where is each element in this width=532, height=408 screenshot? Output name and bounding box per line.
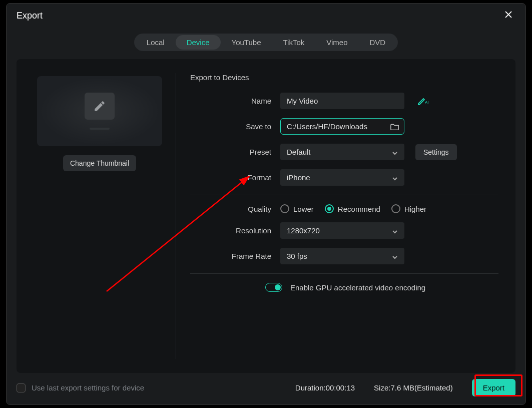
change-thumbnail-button[interactable]: Change Thumbnail <box>63 155 136 171</box>
tab-youtube[interactable]: YouTube <box>221 35 272 50</box>
framerate-row: Frame Rate 30 fps <box>190 248 498 264</box>
tab-dvd[interactable]: DVD <box>359 35 397 50</box>
resolution-value: 1280x720 <box>287 226 320 235</box>
radio-icon <box>280 204 289 213</box>
format-row: Format iPhone <box>190 169 498 186</box>
saveto-input[interactable] <box>280 118 404 135</box>
section-title: Export to Devices <box>190 73 498 82</box>
quality-higher[interactable]: Higher <box>391 204 426 213</box>
thumbnail-column: Change Thumbnail <box>34 73 176 359</box>
export-button[interactable]: Export <box>472 379 515 396</box>
export-dialog: Export Local Device YouTube TikTok Vimeo… <box>6 3 526 405</box>
dialog-header: Export <box>7 4 525 28</box>
ai-pencil-icon[interactable]: AI <box>417 97 429 106</box>
tab-device[interactable]: Device <box>176 35 221 50</box>
last-settings-checkbox[interactable] <box>17 383 26 392</box>
dialog-title: Export <box>17 11 43 21</box>
resolution-select[interactable]: 1280x720 <box>280 222 404 239</box>
quality-label: Quality <box>190 205 280 213</box>
size-text: Size:7.6 MB(Estimated) <box>374 383 453 392</box>
tab-local[interactable]: Local <box>136 35 176 50</box>
tab-vimeo[interactable]: Vimeo <box>315 35 358 50</box>
name-input[interactable] <box>280 93 404 109</box>
gpu-row: Enable GPU accelerated video encoding <box>190 283 498 292</box>
quality-recommend[interactable]: Recommend <box>325 204 380 213</box>
saveto-label: Save to <box>190 122 280 131</box>
thumbnail-bar <box>90 128 110 130</box>
gpu-label: Enable GPU accelerated video encoding <box>290 283 425 292</box>
format-label: Format <box>190 173 280 182</box>
framerate-value: 30 fps <box>287 252 307 260</box>
resolution-label: Resolution <box>190 226 280 235</box>
radio-icon <box>325 204 334 213</box>
name-row: Name AI <box>190 93 498 109</box>
format-value: iPhone <box>287 173 310 182</box>
divider <box>190 195 498 195</box>
folder-icon[interactable] <box>390 123 399 131</box>
radio-label: Higher <box>404 205 426 213</box>
divider <box>190 273 498 274</box>
name-label: Name <box>190 97 280 105</box>
chevron-down-icon <box>392 253 398 259</box>
close-icon <box>504 11 512 21</box>
last-settings-label: Use last export settings for device <box>32 383 289 392</box>
tab-tiktok[interactable]: TikTok <box>272 35 315 50</box>
radio-icon <box>391 204 400 213</box>
edit-icon <box>85 93 115 120</box>
framerate-label: Frame Rate <box>190 252 280 260</box>
quality-lower[interactable]: Lower <box>280 204 314 213</box>
thumbnail-preview[interactable] <box>37 76 162 146</box>
tabs-container: Local Device YouTube TikTok Vimeo DVD <box>7 28 525 54</box>
chevron-down-icon <box>392 228 398 234</box>
chevron-down-icon <box>392 149 398 155</box>
radio-label: Lower <box>293 205 314 213</box>
svg-text:AI: AI <box>425 100 429 105</box>
preset-value: Default <box>287 148 311 156</box>
preset-select[interactable]: Default <box>280 144 404 160</box>
preset-label: Preset <box>190 148 280 156</box>
chevron-down-icon <box>392 175 398 181</box>
footer-bar: Use last export settings for device Dura… <box>7 379 525 404</box>
quality-row: Quality Lower Recommend Higher <box>190 204 498 213</box>
radio-label: Recommend <box>338 205 380 213</box>
gpu-toggle[interactable] <box>265 283 282 292</box>
form-column: Export to Devices Name AI Save to Pre <box>176 73 498 359</box>
content-panel: Change Thumbnail Export to Devices Name … <box>17 59 515 373</box>
preset-row: Preset Default Settings <box>190 144 498 160</box>
saveto-row: Save to <box>190 118 498 135</box>
settings-button[interactable]: Settings <box>415 144 457 160</box>
quality-radio-group: Lower Recommend Higher <box>280 204 426 213</box>
resolution-row: Resolution 1280x720 <box>190 222 498 239</box>
tabs: Local Device YouTube TikTok Vimeo DVD <box>134 34 398 51</box>
close-button[interactable] <box>501 9 515 23</box>
framerate-select[interactable]: 30 fps <box>280 248 404 264</box>
duration-text: Duration:00:00:13 <box>295 383 355 392</box>
format-select[interactable]: iPhone <box>280 169 404 186</box>
